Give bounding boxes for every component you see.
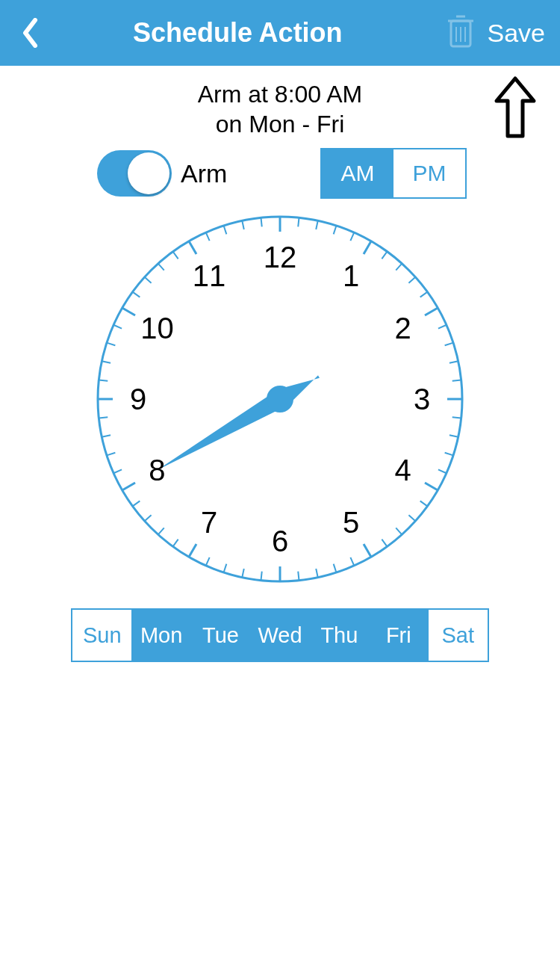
pm-option[interactable]: PM (393, 149, 465, 197)
summary-line-2: on Mon - Fri (0, 109, 560, 139)
svg-line-21 (452, 380, 461, 380)
clock-number: 1 (343, 259, 359, 293)
clock-number: 6 (272, 525, 288, 558)
day-option-tue[interactable]: Tue (191, 610, 250, 661)
svg-line-53 (99, 380, 108, 380)
svg-line-51 (99, 417, 108, 418)
day-option-sun[interactable]: Sun (72, 610, 131, 661)
day-picker: SunMonTueWedThuFriSat (71, 608, 489, 662)
clock-picker[interactable]: 121234567891011 (93, 212, 467, 586)
trash-icon (446, 13, 476, 49)
toggle-knob (128, 152, 169, 194)
clock-number: 2 (394, 312, 411, 345)
clock-number: 5 (343, 505, 359, 539)
summary-line-1: Arm at 8:00 AM (0, 79, 560, 109)
svg-line-36 (298, 572, 299, 581)
page-title: Schedule Action (30, 17, 446, 49)
svg-line-23 (452, 417, 461, 418)
clock-number: 10 (140, 312, 174, 345)
svg-line-66 (261, 217, 261, 226)
up-arrow-annotation-icon (493, 75, 538, 145)
day-option-sat[interactable]: Sat (429, 610, 488, 661)
schedule-summary: Arm at 8:00 AM on Mon - Fri (0, 79, 560, 139)
clock-number: 7 (201, 505, 217, 539)
arm-toggle[interactable] (97, 150, 172, 197)
ampm-segmented-control: AM PM (320, 148, 467, 199)
day-option-mon[interactable]: Mon (131, 610, 190, 661)
clock-number: 12 (264, 241, 297, 274)
am-option[interactable]: AM (322, 149, 393, 197)
arm-toggle-group: Arm (97, 150, 227, 197)
clock-number: 9 (130, 383, 146, 416)
svg-line-38 (261, 572, 261, 581)
clock-number: 11 (193, 259, 226, 293)
day-option-wed[interactable]: Wed (250, 610, 309, 661)
save-button[interactable]: Save (488, 19, 546, 48)
header-actions: Save (446, 13, 546, 52)
day-option-thu[interactable]: Thu (310, 610, 369, 661)
svg-point-69 (267, 386, 293, 413)
header-bar: Schedule Action Save (0, 0, 560, 66)
svg-line-8 (298, 217, 299, 226)
day-option-fri[interactable]: Fri (369, 610, 428, 661)
delete-button[interactable] (446, 13, 476, 52)
controls-row: Arm AM PM (0, 148, 560, 199)
arm-toggle-label: Arm (181, 159, 227, 188)
clock-number: 8 (149, 454, 165, 487)
clock-number: 4 (394, 454, 411, 487)
clock-number: 3 (414, 383, 430, 416)
